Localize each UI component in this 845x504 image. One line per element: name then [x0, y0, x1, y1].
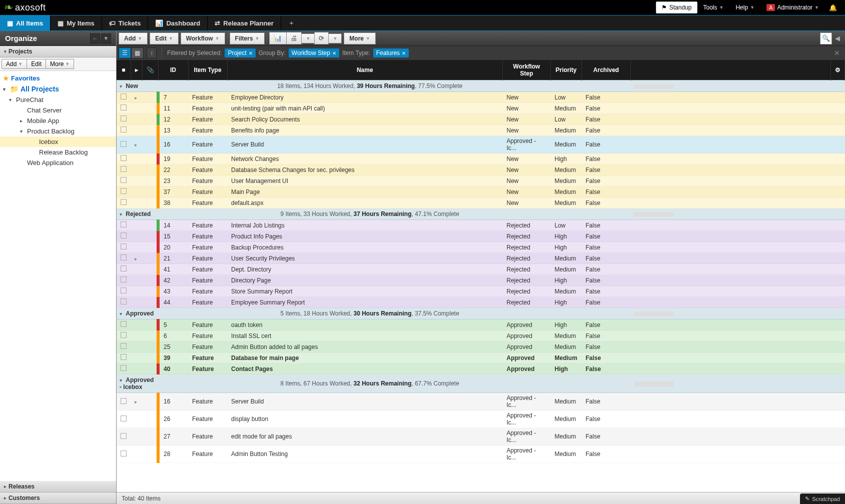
- all-projects-node[interactable]: ▾📁All Projects: [0, 84, 116, 94]
- col-checkbox[interactable]: ■: [117, 60, 131, 80]
- row-checkbox[interactable]: [121, 416, 127, 422]
- row-checkbox[interactable]: [121, 398, 127, 404]
- refresh-dropdown[interactable]: ▼: [328, 34, 342, 44]
- table-row[interactable]: 13FeatureBenefits info pageNewMediumFals…: [117, 125, 845, 136]
- expand-icon[interactable]: ▸: [135, 399, 137, 404]
- col-priority[interactable]: Priority: [551, 60, 582, 80]
- table-row[interactable]: 19FeatureNetwork ChangesNewHighFalse: [117, 154, 845, 164]
- search-button[interactable]: 🔍: [820, 32, 832, 44]
- bell-icon[interactable]: 🔔: [825, 4, 841, 12]
- table-row[interactable]: 37FeatureMain PageNewMediumFalse: [117, 186, 845, 198]
- tree-item-web-application[interactable]: Web Application: [0, 158, 116, 168]
- tools-menu[interactable]: Tools▼: [697, 1, 730, 14]
- row-checkbox[interactable]: [121, 276, 127, 282]
- tree-item-icebox[interactable]: Icebox: [0, 136, 116, 147]
- row-checkbox[interactable]: [121, 177, 127, 183]
- print-dropdown[interactable]: ▼: [301, 34, 315, 44]
- col-id[interactable]: ID: [158, 60, 188, 80]
- expand-icon[interactable]: ▸: [135, 95, 137, 100]
- projects-section-header[interactable]: ▾Projects: [0, 46, 116, 58]
- group-row[interactable]: ▾ Approved - Icebox8 Items, 67 Hours Wor…: [117, 374, 845, 393]
- table-row[interactable]: 42FeatureDirectory PageRejectedHighFalse: [117, 275, 845, 286]
- col-item-type[interactable]: Item Type: [188, 60, 227, 80]
- table-row[interactable]: 38Featuredefault.aspxNewMediumFalse: [117, 198, 845, 208]
- row-checkbox[interactable]: [121, 298, 127, 304]
- row-checkbox[interactable]: [121, 321, 127, 327]
- tab-release-planner[interactable]: ⇄Release Planner: [208, 16, 281, 30]
- toolbar-more-button[interactable]: More▼: [344, 32, 376, 44]
- row-checkbox[interactable]: [121, 266, 127, 272]
- sidebar-add-button[interactable]: Add▼: [2, 59, 27, 69]
- table-row[interactable]: 41FeatureDept. DirectoryRejectedMediumFa…: [117, 264, 845, 275]
- list-view-button[interactable]: ☰: [119, 48, 131, 58]
- row-checkbox[interactable]: [121, 288, 127, 294]
- tree-item-mobile-app[interactable]: ▸Mobile App: [0, 116, 116, 126]
- row-checkbox[interactable]: [121, 450, 127, 456]
- expand-icon[interactable]: ▸: [135, 256, 137, 262]
- table-row[interactable]: 28FeatureAdmin Button TestingApproved - …: [117, 446, 845, 463]
- col-expand[interactable]: ▸: [131, 60, 142, 80]
- tab-dashboard[interactable]: 📊Dashboard: [148, 16, 208, 30]
- tab-all-items[interactable]: ▦All Items: [0, 16, 51, 30]
- row-checkbox[interactable]: [121, 222, 127, 228]
- row-checkbox[interactable]: [121, 188, 127, 194]
- close-icon[interactable]: ✕: [249, 50, 253, 56]
- row-checkbox[interactable]: [121, 94, 127, 100]
- table-row[interactable]: 14FeatureInternal Job ListingsRejectedLo…: [117, 220, 845, 231]
- table-row[interactable]: ▸7FeatureEmployee DirectoryNewLowFalse: [117, 92, 845, 103]
- row-checkbox[interactable]: [121, 433, 127, 439]
- table-row[interactable]: ▸16FeatureServer BuildApproved - Ic...Me…: [117, 393, 845, 410]
- scratchpad-button[interactable]: ✎ Scratchpad: [800, 494, 845, 504]
- table-row[interactable]: 22FeatureDatabase Schema Changes for sec…: [117, 164, 845, 176]
- row-checkbox[interactable]: [121, 199, 127, 205]
- panel-filter-button[interactable]: ▾: [101, 34, 111, 44]
- standup-button[interactable]: ⚑ Standup: [656, 2, 697, 14]
- table-row[interactable]: 20FeatureBackup ProceduresRejectedHighFa…: [117, 242, 845, 253]
- row-checkbox[interactable]: [121, 104, 127, 110]
- table-row[interactable]: 11Featureunit-testing (pair with main AP…: [117, 103, 845, 114]
- sidebar-more-button[interactable]: More▼: [46, 59, 74, 69]
- tree-item-chat-server[interactable]: Chat Server: [0, 105, 116, 116]
- row-checkbox[interactable]: [121, 343, 127, 349]
- table-row[interactable]: 23FeatureUser Management UINewMediumFals…: [117, 176, 845, 186]
- group-row[interactable]: ▾ New18 Items, 134 Hours Worked, 39 Hour…: [117, 80, 845, 92]
- col-name[interactable]: Name: [227, 60, 503, 80]
- tree-item-purechat[interactable]: ▾PureChat: [0, 94, 116, 105]
- row-checkbox[interactable]: [121, 232, 127, 238]
- row-checkbox[interactable]: [121, 244, 127, 250]
- tree-item-product-backlog[interactable]: ▾Product Backlog: [0, 126, 116, 136]
- col-workflow-step[interactable]: Workflow Step: [503, 60, 551, 80]
- row-checkbox[interactable]: [121, 354, 127, 360]
- row-checkbox[interactable]: [121, 126, 127, 132]
- row-checkbox[interactable]: [121, 166, 127, 172]
- panel-back-button[interactable]: ←: [90, 34, 100, 44]
- group-row[interactable]: ▾ Rejected9 Items, 33 Hours Worked, 37 H…: [117, 208, 845, 220]
- sidebar-edit-button[interactable]: Edit: [27, 59, 46, 69]
- filter-chip-features[interactable]: Features✕: [373, 48, 409, 58]
- table-row[interactable]: ▸16FeatureServer BuildApproved - Ic...Me…: [117, 136, 845, 154]
- table-row[interactable]: 44FeatureEmployee Summary ReportRejected…: [117, 297, 845, 308]
- col-attach[interactable]: 📎: [142, 60, 158, 80]
- table-row[interactable]: 27Featureedit mode for all pagesApproved…: [117, 428, 845, 446]
- table-row[interactable]: ▸21FeatureUser Security PrivilegesReject…: [117, 253, 845, 264]
- row-checkbox[interactable]: [121, 365, 127, 371]
- logo[interactable]: ❧ axosoft: [4, 1, 46, 14]
- refresh-icon[interactable]: ⟳: [314, 32, 329, 44]
- row-checkbox[interactable]: [121, 155, 127, 161]
- chart-icon[interactable]: 📊: [269, 32, 287, 44]
- sort-button[interactable]: ↕: [147, 48, 157, 58]
- table-row[interactable]: 15FeatureProduct Info PagesRejectedHighF…: [117, 231, 845, 242]
- table-row[interactable]: 25FeatureAdmin Button added to all pages…: [117, 342, 845, 352]
- table-row[interactable]: 26Featuredisplay buttonApproved - Ic...M…: [117, 410, 845, 428]
- close-icon[interactable]: ✕: [332, 50, 336, 56]
- toolbar-filters-button[interactable]: Filters▼: [230, 32, 265, 44]
- row-checkbox[interactable]: [121, 254, 127, 260]
- close-filter-bar[interactable]: ✕: [831, 49, 843, 57]
- toolbar-workflow-button[interactable]: Workflow▼: [181, 32, 225, 44]
- add-tab-button[interactable]: ＋: [281, 16, 302, 30]
- tab-my-items[interactable]: ▦My Items: [51, 16, 102, 30]
- card-view-button[interactable]: ▦: [131, 48, 144, 58]
- help-menu[interactable]: Help▼: [729, 1, 760, 14]
- table-row[interactable]: 40FeatureContact PagesApprovedHighFalse: [117, 364, 845, 374]
- filter-chip-workflow[interactable]: Workflow Step✕: [289, 48, 339, 58]
